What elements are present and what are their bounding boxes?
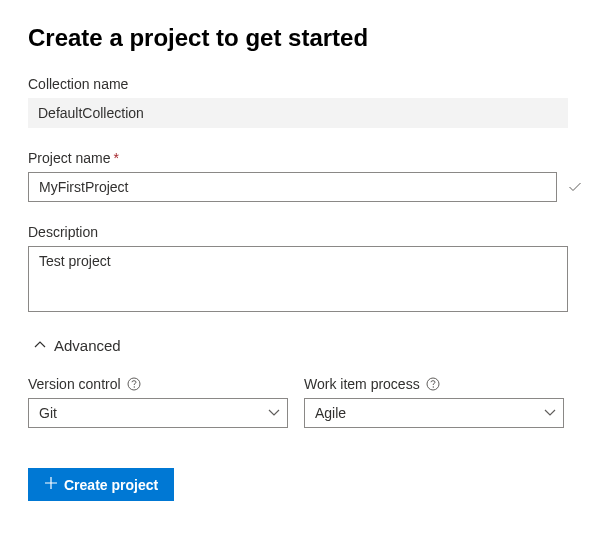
description-field: Description — [28, 224, 583, 315]
advanced-label: Advanced — [54, 337, 121, 354]
plus-icon — [44, 476, 64, 493]
create-project-button[interactable]: Create project — [28, 468, 174, 501]
version-control-label: Version control — [28, 376, 121, 392]
chevron-up-icon — [34, 337, 54, 354]
version-control-field: Version control Git — [28, 376, 288, 428]
required-indicator: * — [113, 150, 118, 166]
create-project-label: Create project — [64, 477, 158, 493]
description-input[interactable] — [28, 246, 568, 312]
work-item-process-field: Work item process Agile — [304, 376, 564, 428]
collection-name-label: Collection name — [28, 76, 583, 92]
svg-point-3 — [432, 386, 433, 387]
work-item-process-select[interactable]: Agile — [304, 398, 564, 428]
project-name-label-text: Project name — [28, 150, 110, 166]
collection-name-field: Collection name DefaultCollection — [28, 76, 583, 128]
check-icon — [567, 179, 583, 195]
help-icon[interactable] — [127, 377, 141, 391]
project-name-field: Project name* — [28, 150, 583, 202]
collection-name-value: DefaultCollection — [28, 98, 568, 128]
svg-point-1 — [133, 386, 134, 387]
advanced-toggle[interactable]: Advanced — [34, 337, 121, 354]
work-item-process-label: Work item process — [304, 376, 420, 392]
description-label: Description — [28, 224, 583, 240]
work-item-process-value: Agile — [304, 398, 564, 428]
version-control-select[interactable]: Git — [28, 398, 288, 428]
project-name-label: Project name* — [28, 150, 583, 166]
help-icon[interactable] — [426, 377, 440, 391]
version-control-value: Git — [28, 398, 288, 428]
page-title: Create a project to get started — [28, 24, 583, 52]
project-name-input[interactable] — [28, 172, 557, 202]
